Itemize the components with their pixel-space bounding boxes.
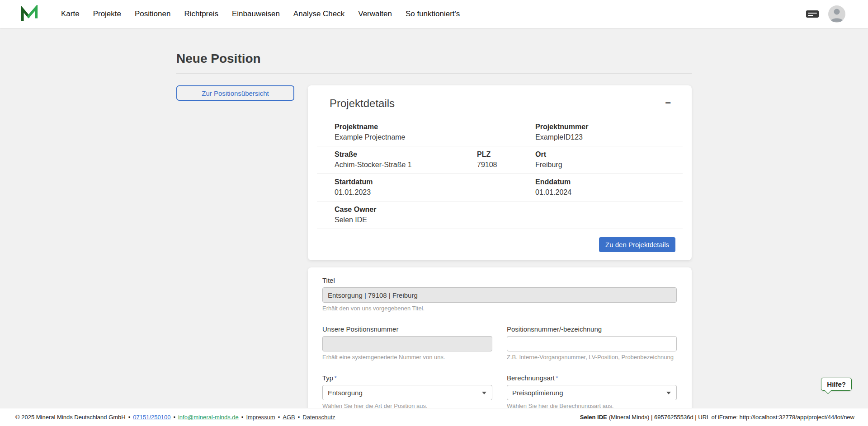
field-value: 79108 — [477, 160, 535, 169]
field-value: 01.01.2023 — [335, 188, 535, 197]
main-nav: Karte Projekte Positionen Richtpreis Ein… — [54, 5, 467, 23]
page-title: Neue Position — [176, 51, 692, 66]
field-label: Ort — [535, 150, 683, 159]
our-number-field-group: Unsere Positionsnummer Erhält eine syste… — [322, 325, 492, 360]
field-value: 01.01.2024 — [535, 188, 683, 197]
required-mark: * — [334, 374, 337, 382]
new-position-form-card: Titel Erhält den von uns vorgegebenen Ti… — [308, 267, 692, 426]
logo-icon — [20, 5, 39, 23]
position-number-helper: Z.B. Interne-Vorgangsnummer, LV-Position… — [507, 354, 677, 360]
position-number-field-group: Positionsnummer/-bezeichnung Z.B. Intern… — [507, 325, 677, 360]
help-button[interactable]: Hilfe? — [821, 378, 852, 391]
field-enddatum: Enddatum 01.01.2024 — [535, 178, 683, 197]
datenschutz-link[interactable]: Datenschutz — [302, 414, 335, 421]
berechnungsart-field-group: Berechnungsart* Preisoptimierung Wählen … — [507, 374, 677, 409]
nav-item-einbauweisen[interactable]: Einbauweisen — [225, 5, 287, 23]
field-value: Example Projectname — [335, 133, 535, 142]
nav-item-verwalten[interactable]: Verwalten — [351, 5, 399, 23]
main-content: Neue Position Zur Positionsübersicht Pro… — [0, 28, 868, 426]
footer: © 2025 Mineral Minds Deutschland GmbH • … — [0, 408, 868, 426]
field-plz: PLZ 79108 — [477, 150, 535, 169]
field-strasse: Straße Achim-Stocker-Straße 1 — [335, 150, 477, 169]
right-column: Projektdetails − Projektname Example Pro… — [308, 85, 692, 426]
field-label: Case Owner — [335, 205, 683, 214]
footer-separator: • — [173, 414, 175, 421]
phone-link[interactable]: 07151/250100 — [133, 414, 170, 421]
project-details-table: Projektname Example Projectname Projektn… — [317, 119, 683, 229]
typ-select[interactable]: Entsorgung — [322, 385, 492, 400]
nav-item-analyse-check[interactable]: Analyse Check — [287, 5, 351, 23]
footer-right: Selen IDE (Mineral Minds) | 69576255536d… — [580, 414, 854, 421]
berechnungsart-select-value: Preisoptimierung — [512, 389, 563, 397]
typ-label-text: Typ — [322, 374, 333, 382]
nav-item-richtpreis[interactable]: Richtpreis — [177, 5, 225, 23]
field-startdatum: Startdatum 01.01.2023 — [335, 178, 535, 197]
position-number-label: Positionsnummer/-bezeichnung — [507, 325, 677, 333]
table-row: Projektname Example Projectname Projektn… — [317, 119, 683, 146]
copyright-text: © 2025 Mineral Minds Deutschland GmbH — [15, 414, 126, 421]
project-details-card: Projektdetails − Projektname Example Pro… — [308, 85, 692, 260]
agb-link[interactable]: AGB — [283, 414, 295, 421]
field-value: Selen IDE — [335, 215, 683, 225]
chevron-down-icon — [666, 392, 671, 394]
typ-label: Typ* — [322, 374, 492, 382]
nav-item-positionen[interactable]: Positionen — [128, 5, 177, 23]
user-icon — [828, 5, 845, 23]
field-label: PLZ — [477, 150, 535, 159]
footer-separator: • — [298, 414, 300, 421]
footer-left: © 2025 Mineral Minds Deutschland GmbH • … — [15, 414, 335, 421]
top-navigation: Karte Projekte Positionen Richtpreis Ein… — [0, 0, 868, 28]
table-row: Startdatum 01.01.2023 Enddatum 01.01.202… — [317, 174, 683, 201]
field-projektname: Projektname Example Projectname — [335, 122, 535, 142]
footer-separator: • — [241, 414, 244, 421]
table-row: Case Owner Selen IDE — [317, 201, 683, 229]
typ-select-value: Entsorgung — [328, 389, 363, 397]
titel-field-group: Titel Erhält den von uns vorgegebenen Ti… — [322, 276, 677, 312]
nav-item-karte[interactable]: Karte — [54, 5, 86, 23]
session-info: (Mineral Minds) | 69576255536d | URL of … — [609, 414, 854, 421]
field-value: ExampleID123 — [535, 133, 683, 142]
typ-field-group: Typ* Entsorgung Wählen Sie hier die Art … — [322, 374, 492, 409]
berechnungsart-select[interactable]: Preisoptimierung — [507, 385, 677, 400]
field-ort: Ort Freiburg — [535, 150, 683, 169]
field-label: Enddatum — [535, 178, 683, 187]
app-root: Karte Projekte Positionen Richtpreis Ein… — [0, 0, 868, 426]
left-column: Zur Positionsübersicht — [176, 85, 294, 101]
chevron-down-icon — [482, 392, 486, 394]
field-label: Straße — [335, 150, 477, 159]
field-label: Startdatum — [335, 178, 535, 187]
our-number-input[interactable] — [322, 336, 492, 351]
footer-separator: • — [128, 414, 131, 421]
user-avatar[interactable] — [828, 5, 845, 23]
titel-label: Titel — [322, 276, 677, 284]
go-to-project-details-button[interactable]: Zu den Projektdetails — [599, 237, 675, 252]
email-link[interactable]: info@mineral-minds.de — [178, 414, 239, 421]
position-number-input[interactable] — [507, 336, 677, 351]
titel-helper: Erhält den von uns vorgegebenen Titel. — [322, 305, 677, 312]
session-user: Selen IDE — [580, 414, 607, 421]
titel-input[interactable] — [322, 287, 677, 303]
title-divider — [176, 73, 692, 74]
field-value: Freiburg — [535, 160, 683, 169]
our-number-helper: Erhält eine systemgenerierte Nummer von … — [322, 354, 492, 360]
back-to-positions-button[interactable]: Zur Positionsübersicht — [176, 85, 294, 101]
collapse-card-button[interactable]: − — [662, 97, 674, 109]
table-row: Straße Achim-Stocker-Straße 1 PLZ 79108 … — [317, 146, 683, 174]
our-number-label: Unsere Positionsnummer — [322, 325, 492, 333]
field-case-owner: Case Owner Selen IDE — [335, 205, 683, 225]
nav-right-icons — [806, 5, 845, 23]
required-mark: * — [556, 374, 558, 382]
footer-separator: • — [278, 414, 280, 421]
project-details-title: Projektdetails — [330, 97, 395, 110]
field-value: Achim-Stocker-Straße 1 — [335, 160, 477, 169]
field-label: Projektnummer — [535, 122, 683, 131]
nav-item-projekte[interactable]: Projekte — [86, 5, 128, 23]
berechnungsart-label-text: Berechnungsart — [507, 374, 555, 382]
mineral-minds-logo[interactable] — [20, 5, 39, 23]
field-label: Projektname — [335, 122, 535, 131]
field-projektnummer: Projektnummer ExampleID123 — [535, 122, 683, 142]
impressum-link[interactable]: Impressum — [246, 414, 275, 421]
nav-item-so-funktionierts[interactable]: So funktioniert's — [399, 5, 467, 23]
server-icon[interactable] — [806, 9, 819, 19]
berechnungsart-label: Berechnungsart* — [507, 374, 677, 382]
